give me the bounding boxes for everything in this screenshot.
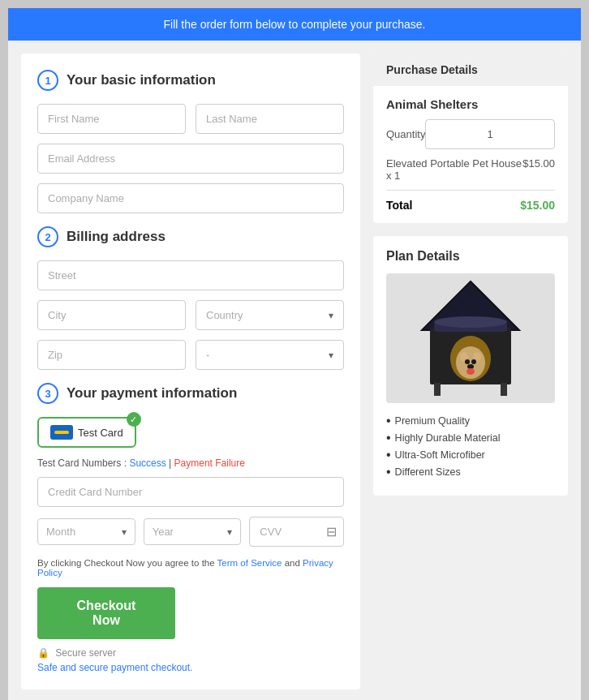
year-select[interactable]: Year ▾	[144, 518, 242, 545]
cvv-card-icon: ⊟	[326, 524, 337, 539]
left-column: 1 Your basic information	[21, 54, 360, 689]
zip-state-row: - ▾	[37, 340, 344, 370]
cc-number-field	[37, 477, 344, 507]
state-label: -	[206, 349, 209, 361]
product-image	[386, 273, 555, 403]
selected-checkmark: ✓	[127, 412, 141, 427]
cvv-field: ⊟	[249, 517, 344, 547]
purchase-details-panel: Purchase Details Animal Shelters Quantit…	[373, 54, 568, 223]
item-row: Elevated Portable Pet House x 1 $15.00	[386, 157, 555, 182]
month-select[interactable]: Month ▾	[37, 518, 135, 545]
email-input[interactable]	[37, 144, 344, 174]
section-basic-info-header: 1 Your basic information	[37, 70, 344, 91]
state-chevron-icon: ▾	[329, 350, 333, 361]
svg-point-11	[466, 368, 475, 375]
secure-info: 🔒 Secure server	[37, 647, 344, 659]
month-chevron-icon: ▾	[122, 526, 127, 538]
payment-methods: Test Card ✓	[37, 417, 344, 448]
state-select[interactable]: - ▾	[196, 340, 344, 370]
street-field	[37, 260, 344, 290]
item-price: $15.00	[522, 157, 555, 182]
checkout-button[interactable]: Checkout Now	[37, 587, 175, 639]
quantity-row: Quantity	[386, 119, 555, 149]
svg-point-8	[465, 359, 470, 364]
country-label: Country	[206, 309, 243, 321]
step-3-circle: 3	[37, 383, 58, 404]
city-input[interactable]	[37, 300, 186, 330]
purchase-details-header: Purchase Details	[373, 54, 568, 86]
total-row: Total $15.00	[386, 190, 555, 212]
feature-item: Ultra-Soft Microfiber	[386, 449, 555, 462]
page-wrapper: Fill the order form below to complete yo…	[8, 8, 581, 700]
step-2-circle: 2	[37, 226, 58, 247]
right-column: Purchase Details Animal Shelters Quantit…	[373, 54, 568, 689]
feature-item: Different Sizes	[386, 466, 555, 479]
test-card-option[interactable]: Test Card ✓	[37, 417, 136, 448]
name-row	[37, 104, 344, 134]
total-label: Total	[386, 199, 412, 212]
cc-number-row	[37, 477, 344, 507]
svg-rect-2	[434, 383, 441, 396]
city-field	[37, 300, 186, 330]
feature-item: Highly Durable Material	[386, 432, 555, 444]
year-chevron-icon: ▾	[227, 526, 232, 538]
email-row	[37, 144, 344, 174]
svg-point-9	[471, 359, 476, 364]
country-field: Country ▾	[196, 300, 344, 330]
zip-field	[37, 340, 186, 370]
street-input[interactable]	[37, 260, 344, 290]
test-card-label: Test Card	[78, 427, 123, 439]
plan-title: Plan Details	[386, 249, 555, 264]
total-value: $15.00	[520, 199, 555, 212]
product-title: Animal Shelters	[386, 97, 555, 111]
plan-details-panel: Plan Details	[373, 236, 568, 496]
banner-text: Fill the order form below to complete yo…	[164, 18, 426, 31]
cvv-input[interactable]	[256, 517, 326, 546]
cc-number-input[interactable]	[37, 477, 344, 507]
zip-input[interactable]	[37, 340, 186, 370]
first-name-input[interactable]	[37, 104, 186, 134]
city-country-row: Country ▾	[37, 300, 344, 330]
country-select[interactable]: Country ▾	[196, 300, 344, 330]
purchase-details-body: Animal Shelters Quantity Elevated Portab…	[373, 86, 568, 223]
svg-rect-3	[501, 383, 507, 396]
billing-title: Billing address	[67, 229, 166, 245]
svg-point-13	[434, 316, 507, 328]
main-content: 1 Your basic information	[8, 41, 581, 700]
company-input[interactable]	[37, 183, 344, 213]
success-link[interactable]: Success	[129, 457, 166, 469]
last-name-field	[196, 104, 344, 134]
first-name-field	[37, 104, 186, 134]
state-field: - ▾	[196, 340, 344, 370]
dog-house-svg	[414, 277, 527, 399]
expiry-cvv-row: Month ▾ Year ▾ ⊟	[37, 517, 344, 547]
card-icon	[50, 425, 73, 440]
secure-safe-text: Safe and secure payment checkout.	[37, 662, 344, 673]
month-label: Month	[46, 526, 75, 538]
payment-title: Your payment information	[67, 385, 237, 402]
step-1-circle: 1	[37, 70, 58, 91]
test-card-info: Test Card Numbers : Success | Payment Fa…	[37, 457, 344, 469]
terms-of-service-link[interactable]: Term of Service	[217, 558, 282, 568]
feature-item: Premium Quality	[386, 414, 555, 427]
company-row	[37, 183, 344, 213]
section-billing-header: 2 Billing address	[37, 226, 344, 247]
company-field	[37, 183, 344, 213]
top-banner: Fill the order form below to complete yo…	[8, 8, 581, 41]
feature-list: Premium QualityHighly Durable MaterialUl…	[386, 414, 555, 479]
year-label: Year	[153, 526, 174, 538]
payment-failure-link[interactable]: Payment Failure	[174, 457, 245, 469]
terms-text: By clicking Checkout Now you agree to th…	[37, 558, 344, 578]
email-field	[37, 144, 344, 174]
lock-icon: 🔒	[37, 647, 49, 659]
last-name-input[interactable]	[196, 104, 344, 134]
quantity-input[interactable]	[425, 119, 555, 149]
country-chevron-icon: ▾	[329, 310, 333, 321]
street-row	[37, 260, 344, 290]
section-payment-header: 3 Your payment information	[37, 383, 344, 404]
quantity-label: Quantity	[386, 128, 425, 140]
basic-info-title: Your basic information	[67, 72, 216, 88]
item-name: Elevated Portable Pet House x 1	[386, 157, 522, 182]
